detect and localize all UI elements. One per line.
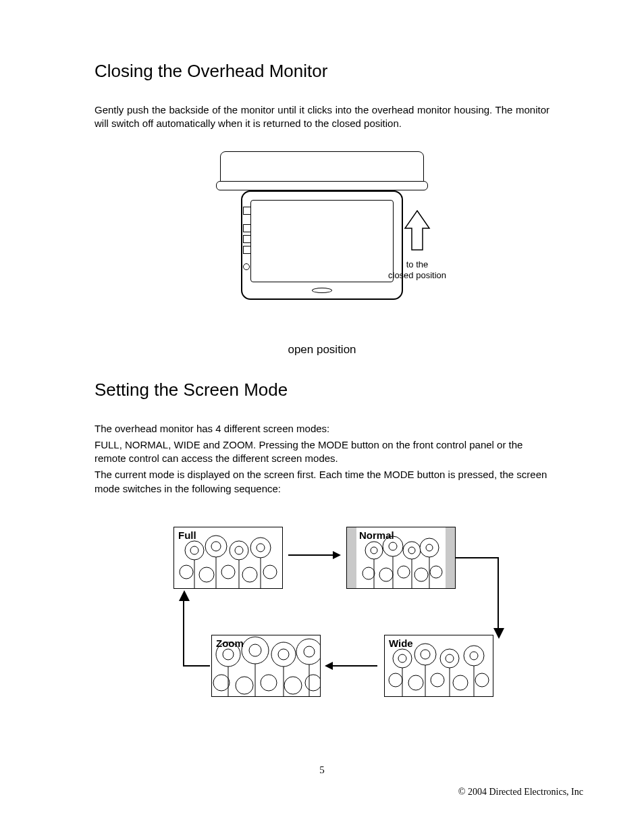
para-mode-3: The current mode is displayed on the scr… xyxy=(95,468,549,496)
page-number: 5 xyxy=(0,764,644,776)
svg-point-46 xyxy=(284,677,302,694)
figure-close-monitor: to the closed position xyxy=(187,151,457,327)
housing-strip-icon xyxy=(216,181,428,190)
svg-point-62 xyxy=(431,673,444,687)
svg-point-13 xyxy=(263,565,277,579)
svg-point-2 xyxy=(190,546,198,554)
svg-marker-71 xyxy=(493,628,504,639)
svg-point-43 xyxy=(213,675,230,691)
heading-screen-mode: Setting the Screen Mode xyxy=(95,380,549,400)
svg-point-8 xyxy=(257,544,265,552)
svg-marker-70 xyxy=(333,551,341,559)
seq-line xyxy=(183,665,210,667)
para-mode-1: The overhead monitor has 4 different scr… xyxy=(95,422,549,436)
mode-label-normal: Normal xyxy=(359,529,394,541)
svg-point-10 xyxy=(199,567,214,582)
svg-point-6 xyxy=(235,546,243,554)
mode-box-wide: Wide xyxy=(384,635,493,697)
svg-point-53 xyxy=(398,654,406,662)
svg-point-61 xyxy=(408,675,423,690)
mode-box-full: Full xyxy=(173,527,283,589)
svg-point-63 xyxy=(453,675,468,690)
svg-point-59 xyxy=(470,652,478,660)
monitor-latch-icon xyxy=(312,288,332,293)
para-mode-2: FULL, NORMAL, WIDE and ZOOM. Pressing th… xyxy=(95,438,549,466)
svg-marker-74 xyxy=(179,590,190,601)
svg-point-9 xyxy=(180,565,193,579)
svg-point-21 xyxy=(389,542,397,550)
arrow-label-1: to the xyxy=(380,259,454,270)
mode-box-zoom: Zoom xyxy=(211,635,321,697)
svg-point-38 xyxy=(249,644,261,656)
para-closing: Gently push the backside of the monitor … xyxy=(95,103,549,131)
svg-point-36 xyxy=(223,649,234,660)
svg-point-60 xyxy=(389,673,402,687)
monitor-side-buttons-icon xyxy=(243,207,252,273)
heading-closing: Closing the Overhead Monitor xyxy=(95,61,549,82)
svg-point-44 xyxy=(236,677,253,694)
copyright: © 2004 Directed Electronics, Inc xyxy=(458,787,583,798)
svg-point-64 xyxy=(475,673,489,687)
arrow-left-icon xyxy=(325,659,379,673)
monitor-screen-icon xyxy=(250,200,394,282)
svg-point-12 xyxy=(242,567,257,582)
seq-line xyxy=(456,557,499,558)
svg-point-4 xyxy=(211,542,221,551)
arrow-down-icon xyxy=(492,628,506,639)
svg-point-11 xyxy=(221,565,235,579)
svg-point-27 xyxy=(379,568,393,581)
svg-point-25 xyxy=(426,544,433,551)
close-direction-annotation: to the closed position xyxy=(380,209,454,282)
figure1-caption: open position xyxy=(95,343,549,357)
svg-point-28 xyxy=(398,566,410,578)
svg-point-55 xyxy=(421,650,430,659)
svg-point-29 xyxy=(414,568,428,581)
seq-line xyxy=(498,557,499,631)
svg-marker-0 xyxy=(405,211,429,250)
arrow-up-small-icon xyxy=(178,590,191,601)
svg-point-23 xyxy=(408,547,415,554)
svg-marker-73 xyxy=(325,662,333,670)
mode-label-wide: Wide xyxy=(389,637,413,649)
mode-box-normal: Normal xyxy=(346,527,456,589)
seq-line xyxy=(183,600,184,667)
svg-point-42 xyxy=(304,646,315,657)
svg-point-57 xyxy=(446,654,454,662)
svg-point-30 xyxy=(430,566,442,578)
monitor-housing-icon xyxy=(220,151,424,185)
mode-label-full: Full xyxy=(178,529,196,541)
arrow-up-icon xyxy=(404,209,431,257)
svg-point-40 xyxy=(278,649,289,660)
svg-point-47 xyxy=(305,675,320,691)
arrow-right-icon xyxy=(287,548,341,562)
arrow-label-2: closed position xyxy=(380,270,454,281)
svg-point-26 xyxy=(363,567,375,579)
figure-mode-sequence: Full Normal xyxy=(146,520,498,723)
svg-point-45 xyxy=(261,675,277,691)
svg-point-19 xyxy=(371,547,377,554)
mode-label-zoom: Zoom xyxy=(216,637,244,649)
